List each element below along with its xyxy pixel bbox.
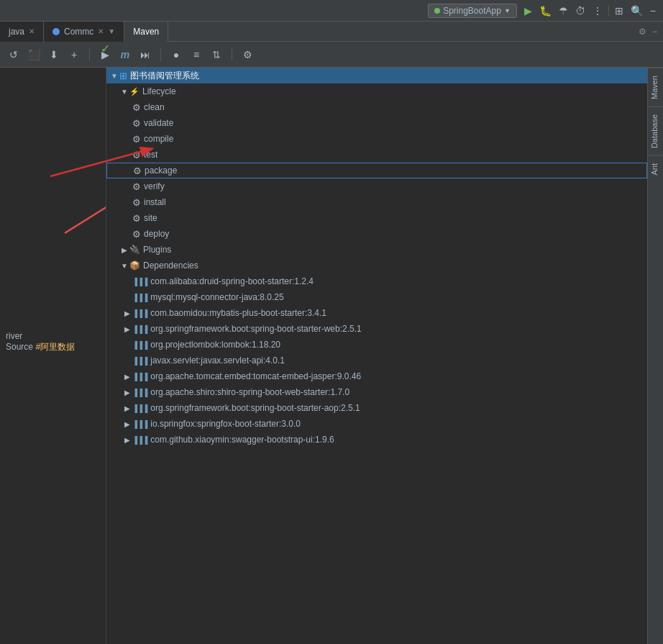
maven-tree-panel[interactable]: ▼ ⊞ 图书借阅管理系统 ▼ ⚡ Lifecycle ⚙ clean ⚙ val… xyxy=(106,68,647,644)
dep-druid-label: com.alibaba:druid-spring-boot-starter:1.… xyxy=(150,276,314,286)
lifecycle-button[interactable]: ≡ xyxy=(188,47,204,63)
dep-mysql-label: mysql:mysql-connector-java:8.0.25 xyxy=(150,292,283,302)
layout-button[interactable]: ⊞ xyxy=(613,4,625,18)
tab-commc-label: Commc xyxy=(64,27,93,37)
gear-icon-verify: ⚙ xyxy=(132,181,141,192)
lifecycle-label: Lifecycle xyxy=(142,86,176,96)
dep-aop[interactable]: ▶ ▐▐▐ org.springframework.boot:spring-bo… xyxy=(106,400,647,416)
tab-java[interactable]: java ✕ xyxy=(0,22,44,42)
tab-commc-close[interactable]: ✕ xyxy=(98,27,104,35)
dep-tomcat[interactable]: ▶ ▐▐▐ org.apache.tomcat.embed:tomcat-emb… xyxy=(106,368,647,384)
dep-springfox[interactable]: ▶ ▐▐▐ io.springfox:springfox-boot-starte… xyxy=(106,416,647,432)
tab-commc-arrow[interactable]: ▼ xyxy=(108,27,115,35)
minimize-icon[interactable]: − xyxy=(652,27,657,37)
tree-root[interactable]: ▼ ⊞ 图书借阅管理系统 xyxy=(106,68,647,83)
lifecycle-icon: ⚡ xyxy=(129,87,140,96)
editor-line1: river xyxy=(6,331,75,341)
main-layout: river Source #阿里数据 ▼ ⊞ 图书借阅管理系统 ▼ ⚡ xyxy=(0,68,663,644)
editor-text: river Source #阿里数据 xyxy=(0,328,81,356)
dep-servlet[interactable]: ▐▐▐ javax.servlet:javax.servlet-api:4.0.… xyxy=(106,353,647,368)
gear-icon-deploy: ⚙ xyxy=(132,229,141,240)
dep-druid[interactable]: ▐▐▐ com.alibaba:druid-spring-boot-starte… xyxy=(106,273,647,289)
maven-toolbar: ↺ ⬛ ⬇ + ▶ m ⏭ ● ≡ ⇅ ⚙ xyxy=(0,42,663,68)
right-sidebar: Maven Database Ant xyxy=(647,68,663,644)
download-button[interactable]: ⬇ xyxy=(46,47,62,63)
sidebar-tab-database[interactable]: Database xyxy=(648,106,663,155)
dep-spring-web[interactable]: ▶ ▐▐▐ org.springframework.boot:spring-bo… xyxy=(106,321,647,337)
plugins-label: Plugins xyxy=(143,245,171,255)
lifecycle-verify[interactable]: ⚙ verify xyxy=(106,178,647,194)
dep-swagger-ui-icon: ▐▐▐ xyxy=(132,436,147,444)
tab-maven[interactable]: Maven xyxy=(124,22,168,42)
root-icon: ⊞ xyxy=(119,71,127,81)
root-arrow: ▼ xyxy=(109,72,119,80)
gear-icon-test: ⚙ xyxy=(132,150,141,160)
reimport-button[interactable]: ⬛ xyxy=(26,47,42,63)
separator1 xyxy=(89,48,90,61)
lifecycle-clean[interactable]: ⚙ clean xyxy=(106,99,647,115)
dep-swagger-ui[interactable]: ▶ ▐▐▐ com.github.xiaoymin:swagger-bootst… xyxy=(106,432,647,448)
lifecycle-site[interactable]: ⚙ site xyxy=(106,210,647,226)
lifecycle-node[interactable]: ▼ ⚡ Lifecycle xyxy=(106,83,647,99)
profile-button[interactable]: ⏱ xyxy=(574,4,587,18)
editor-line2: Source #阿里数据 xyxy=(6,341,75,353)
dep-shiro[interactable]: ▶ ▐▐▐ org.apache.shiro:shiro-spring-boot… xyxy=(106,384,647,400)
dep-swagger-ui-arrow: ▶ xyxy=(122,436,132,444)
dep-spring-web-icon: ▐▐▐ xyxy=(132,325,147,333)
run-config-selector[interactable]: SpringBootApp ▼ xyxy=(428,4,517,18)
dep-mysql[interactable]: ▐▐▐ mysql:mysql-connector-java:8.0.25 xyxy=(106,289,647,305)
tab-java-label: java xyxy=(9,27,24,37)
dep-springfox-arrow: ▶ xyxy=(122,420,132,428)
search-button[interactable]: 🔍 xyxy=(629,4,644,18)
dep-mysql-icon: ▐▐▐ xyxy=(132,294,147,301)
package-label: package xyxy=(145,165,177,176)
dep-springfox-icon: ▐▐▐ xyxy=(132,420,147,428)
dependencies-arrow: ▼ xyxy=(119,262,129,270)
tab-commc-icon xyxy=(52,28,60,35)
test-label: test xyxy=(144,150,157,160)
dep-servlet-label: javax.servlet:javax.servlet-api:4.0.1 xyxy=(150,355,285,366)
lifecycle-install[interactable]: ⚙ install xyxy=(106,194,647,210)
debug-button[interactable]: 🐛 xyxy=(538,4,553,18)
skip-tests-button[interactable]: ⏭ xyxy=(137,47,153,63)
add-button[interactable]: + xyxy=(66,47,82,63)
clean-label: clean xyxy=(144,102,165,112)
sidebar-tab-ant[interactable]: Ant xyxy=(648,155,663,183)
settings-icon[interactable]: ⚙ xyxy=(639,27,646,37)
tab-maven-label: Maven xyxy=(133,27,159,37)
gear-icon-install: ⚙ xyxy=(132,197,141,208)
dep-tomcat-label: org.apache.tomcat.embed:tomcat-embed-jas… xyxy=(150,371,361,381)
lifecycle-deploy[interactable]: ⚙ deploy xyxy=(106,226,647,242)
minimize-button[interactable]: − xyxy=(649,4,657,18)
more-button[interactable]: ⋮ xyxy=(591,4,604,18)
gear-icon-validate: ⚙ xyxy=(132,118,141,129)
run-config-label: SpringBootApp xyxy=(443,6,501,16)
sidebar-tab-maven[interactable]: Maven xyxy=(648,68,663,106)
left-editor-panel: river Source #阿里数据 xyxy=(0,68,106,644)
gear-icon-clean: ⚙ xyxy=(132,102,141,113)
tab-java-close[interactable]: ✕ xyxy=(29,27,35,35)
tab-commc[interactable]: Commc ✕ ▼ xyxy=(44,22,124,42)
settings-button[interactable]: ⚙ xyxy=(239,47,255,63)
execute-button[interactable]: ● xyxy=(168,47,184,63)
lifecycle-validate[interactable]: ⚙ validate xyxy=(106,115,647,131)
dep-aop-arrow: ▶ xyxy=(122,404,132,412)
dependencies-node[interactable]: ▼ 📦 Dependencies xyxy=(106,258,647,273)
lifecycle-package[interactable]: ⚙ package xyxy=(106,163,647,178)
plugins-node[interactable]: ▶ 🔌 Plugins xyxy=(106,242,647,258)
dep-shiro-label: org.apache.shiro:shiro-spring-boot-web-s… xyxy=(150,387,349,397)
dep-tomcat-arrow: ▶ xyxy=(122,373,132,381)
lifecycle-compile[interactable]: ⚙ compile xyxy=(106,131,647,147)
dep-mybatis[interactable]: ▶ ▐▐▐ com.baomidou:mybatis-plus-boot-sta… xyxy=(106,305,647,321)
coverage-button[interactable]: ☂ xyxy=(557,4,570,18)
dep-lombok[interactable]: ▐▐▐ org.projectlombok:lombok:1.18.20 xyxy=(106,337,647,353)
dep-springfox-label: io.springfox:springfox-boot-starter:3.0.… xyxy=(150,419,301,429)
run-button[interactable]: ▶ xyxy=(523,4,534,18)
sort-button[interactable]: ⇅ xyxy=(209,47,224,63)
maven-button[interactable]: m xyxy=(117,47,133,63)
dep-mybatis-label: com.baomidou:mybatis-plus-boot-starter:3… xyxy=(150,308,326,318)
top-bar: SpringBootApp ▼ ▶ 🐛 ☂ ⏱ ⋮ ⊞ 🔍 − xyxy=(0,0,663,22)
compile-label: compile xyxy=(144,134,173,144)
lifecycle-test[interactable]: ⚙ test xyxy=(106,147,647,163)
refresh-button[interactable]: ↺ xyxy=(6,47,22,63)
